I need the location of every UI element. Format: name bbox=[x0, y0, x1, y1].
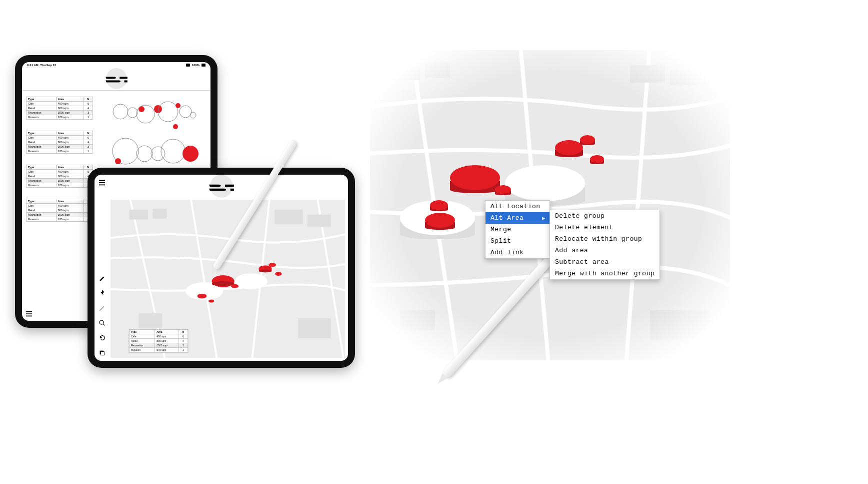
table-row[interactable]: Museum670 sqm1 bbox=[26, 115, 93, 120]
table-row[interactable]: Cafe400 sqm6 bbox=[26, 102, 93, 106]
table-header: N bbox=[84, 97, 93, 102]
table-row[interactable]: Museum670 sqm1 bbox=[130, 348, 188, 352]
table-cell: 3 bbox=[84, 145, 93, 149]
table-cell: 3000 sqm bbox=[56, 145, 84, 149]
context-menu-item[interactable]: Merge bbox=[486, 224, 550, 235]
map-region-white[interactable] bbox=[505, 165, 585, 201]
menu-icon[interactable] bbox=[25, 310, 33, 318]
svg-rect-24 bbox=[138, 313, 162, 328]
table-cell: 6 bbox=[84, 136, 93, 140]
table-cell: 670 sqm bbox=[56, 115, 84, 120]
context-submenu-item[interactable]: Merge with another group bbox=[550, 268, 660, 279]
table-cell: Museum bbox=[26, 115, 56, 120]
table-cell: Museum bbox=[26, 217, 56, 222]
map-region-red-selected[interactable] bbox=[425, 213, 455, 228]
context-submenu-item[interactable]: Add area bbox=[550, 245, 660, 256]
table-row[interactable]: Retail800 sqm4 bbox=[130, 339, 188, 343]
table-row[interactable]: Retail800 sqm4 bbox=[26, 208, 93, 213]
landscape-table-panel[interactable]: TypeAreaNCafe400 sqm6Retail800 sqm4Recre… bbox=[128, 329, 188, 353]
table-cell: 400 sqm bbox=[56, 136, 84, 140]
svg-point-15 bbox=[182, 146, 198, 162]
table-cell: Retail bbox=[26, 174, 56, 179]
table-cell: Museum bbox=[26, 149, 56, 154]
table-header: Area bbox=[155, 330, 179, 334]
table-row[interactable]: Museum670 sqm1 bbox=[26, 149, 93, 154]
table-row[interactable]: Cafe400 sqm6 bbox=[130, 334, 188, 339]
svg-rect-22 bbox=[274, 210, 302, 225]
table-row[interactable]: Museum670 sqm1 bbox=[26, 217, 93, 222]
context-menu-item[interactable]: Alt Location bbox=[486, 201, 550, 212]
table-row[interactable]: Recreation3000 sqm3 bbox=[130, 343, 188, 348]
svg-rect-41 bbox=[670, 70, 710, 85]
table-cell: Recreation bbox=[26, 145, 56, 149]
context-submenu[interactable]: Delete groupDelete elementRelocate withi… bbox=[550, 210, 660, 280]
svg-point-35 bbox=[268, 263, 276, 267]
map-region-red[interactable] bbox=[580, 135, 595, 144]
area-table: TypeAreaNCafe400 sqm6Retail800 sqm4Recre… bbox=[26, 97, 93, 120]
table-cell: 6 bbox=[179, 334, 188, 339]
table-cell: Cafe bbox=[130, 334, 155, 339]
table-row[interactable]: Cafe400 sqm6 bbox=[26, 170, 93, 174]
table-cell: Retail bbox=[26, 140, 56, 145]
table-row[interactable]: Recreation3000 sqm3 bbox=[26, 213, 93, 217]
table-cell: 4 bbox=[179, 339, 188, 343]
table-cell: 3 bbox=[179, 343, 188, 348]
table-row[interactable]: Retail800 sqm4 bbox=[26, 174, 93, 179]
table-cell: 400 sqm bbox=[56, 204, 84, 208]
table-row[interactable]: Recreation3000 sqm3 bbox=[26, 145, 93, 149]
table-cell: 670 sqm bbox=[56, 149, 84, 154]
pin-tool-icon[interactable] bbox=[98, 289, 106, 297]
table-cell: 3 bbox=[84, 111, 93, 115]
table-row[interactable]: Cafe400 sqm6 bbox=[26, 136, 93, 140]
pen-tool-icon[interactable] bbox=[98, 274, 106, 282]
detail-map-panel[interactable]: Alt LocationAlt Area▶MergeSplitAdd linkD… bbox=[370, 50, 730, 360]
context-submenu-item[interactable]: Subtract area bbox=[550, 256, 660, 268]
context-menu-item[interactable]: Split bbox=[486, 235, 550, 247]
table-header: Type bbox=[26, 199, 56, 204]
table-row[interactable]: Retail800 sqm4 bbox=[26, 106, 93, 111]
pencil-tool-icon[interactable] bbox=[98, 304, 106, 312]
context-menu-item[interactable]: Add link bbox=[486, 247, 550, 258]
area-table: TypeAreaNCafe400 sqm6Retail800 sqm4Recre… bbox=[26, 165, 93, 188]
table-cell: Cafe bbox=[26, 204, 56, 208]
svg-rect-25 bbox=[298, 318, 331, 338]
svg-point-9 bbox=[173, 124, 178, 129]
table-cell: 800 sqm bbox=[56, 140, 84, 145]
context-menu[interactable]: Alt LocationAlt Area▶MergeSplitAdd linkD… bbox=[485, 200, 550, 259]
table-row[interactable]: Cafe400 sqm6 bbox=[26, 204, 93, 208]
table-row[interactable]: Recreation3000 sqm3 bbox=[26, 111, 93, 115]
logo-mark bbox=[208, 184, 236, 192]
status-time: 9:41 AM Thu Sep 12 bbox=[27, 64, 56, 67]
map-region-red[interactable] bbox=[590, 155, 604, 163]
map-region-red[interactable] bbox=[495, 185, 511, 194]
context-menu-item[interactable]: Alt Area▶ bbox=[486, 212, 550, 224]
svg-point-16 bbox=[100, 320, 104, 324]
map-region-red[interactable] bbox=[555, 140, 583, 155]
zoom-tool-icon[interactable] bbox=[98, 319, 106, 327]
table-cell: 1 bbox=[179, 348, 188, 352]
table-cell: Retail bbox=[26, 208, 56, 213]
table-cell: 3000 sqm bbox=[56, 213, 84, 217]
context-submenu-item[interactable]: Delete group bbox=[550, 210, 660, 222]
context-submenu-item[interactable]: Delete element bbox=[550, 222, 660, 233]
table-cell: 1 bbox=[84, 149, 93, 154]
table-cell: 4 bbox=[84, 106, 93, 111]
landscape-map-canvas[interactable]: TypeAreaNCafe400 sqm6Retail800 sqm4Recre… bbox=[110, 200, 345, 358]
map-region-red[interactable] bbox=[430, 200, 448, 210]
map-region-red[interactable] bbox=[450, 165, 500, 190]
table-header: N bbox=[179, 330, 188, 334]
context-submenu-item[interactable]: Relocate within group bbox=[550, 233, 660, 245]
table-row[interactable]: Retail800 sqm4 bbox=[26, 140, 93, 145]
svg-point-34 bbox=[258, 269, 272, 272]
svg-point-32 bbox=[208, 299, 214, 302]
table-cell: Museum bbox=[130, 348, 155, 352]
header-separator bbox=[22, 90, 210, 91]
svg-rect-42 bbox=[400, 310, 435, 330]
menu-icon[interactable] bbox=[98, 179, 106, 187]
table-row[interactable]: Museum670 sqm1 bbox=[26, 183, 93, 188]
layers-icon[interactable] bbox=[98, 349, 106, 357]
undo-icon[interactable] bbox=[98, 334, 106, 342]
table-row[interactable]: Recreation3000 sqm3 bbox=[26, 179, 93, 183]
tables-column: TypeAreaNCafe400 sqm6Retail800 sqm4Recre… bbox=[22, 95, 97, 226]
svg-point-13 bbox=[151, 147, 165, 161]
